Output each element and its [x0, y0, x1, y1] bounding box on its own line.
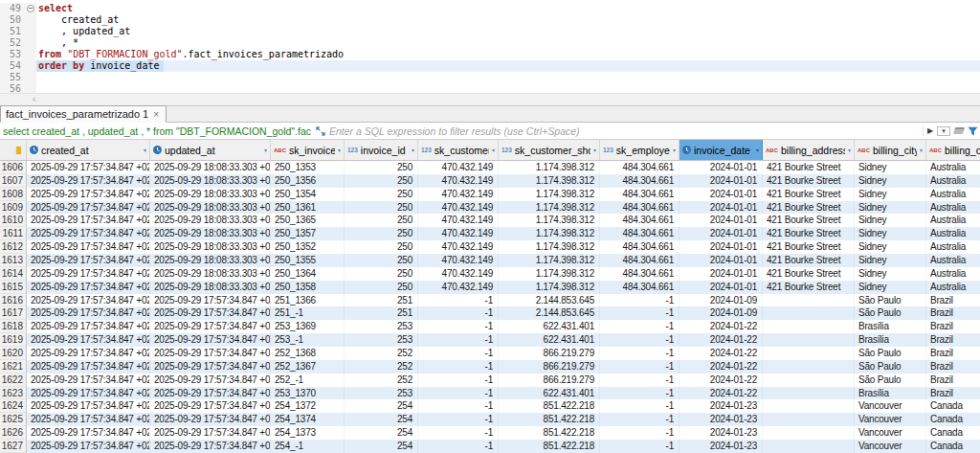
- cell-invoice_date[interactable]: 2024-01-22: [679, 387, 763, 400]
- code-line[interactable]: 54order by invoice_date: [0, 60, 980, 72]
- column-header-sk_invoices[interactable]: ABCsk_invoices▾: [271, 140, 345, 160]
- cell-sk_invoices[interactable]: 253_1370: [271, 387, 345, 400]
- row-number[interactable]: 1624: [0, 399, 27, 413]
- cell-sk_employee[interactable]: 484.304.661: [600, 254, 679, 267]
- cell-billing_country[interactable]: Australia: [926, 174, 980, 188]
- expand-filter-icon[interactable]: [316, 126, 325, 136]
- cell-billing_country[interactable]: Australia: [926, 254, 980, 267]
- table-row[interactable]: 16122025-09-29 17:57:34.847 +02002025-09…: [0, 240, 980, 254]
- row-number[interactable]: 1611: [0, 227, 27, 240]
- cell-invoice_date[interactable]: 2024-01-22: [679, 320, 763, 333]
- cell-billing_address[interactable]: [763, 426, 855, 440]
- cell-billing_city[interactable]: São Paulo: [855, 374, 926, 387]
- cell-created_at[interactable]: 2025-09-29 17:57:34.847 +0200: [27, 399, 150, 413]
- cell-created_at[interactable]: 2025-09-29 17:57:34.847 +0200: [27, 254, 150, 267]
- column-header-sk_customer_short[interactable]: 123sk_customer_short▾: [499, 140, 600, 160]
- code-line[interactable]: 53from "DBT_FORMACION_gold".fact_invoice…: [0, 49, 980, 60]
- cell-updated_at[interactable]: 2025-09-29 18:08:33.303 +0200: [150, 254, 271, 267]
- cell-billing_country[interactable]: Brazil: [926, 374, 980, 387]
- cell-sk_customer_short[interactable]: 1.174.398.312: [499, 281, 600, 294]
- cell-billing_country[interactable]: Canada: [926, 413, 980, 426]
- cell-sk_invoices[interactable]: 251_-1: [271, 306, 345, 320]
- table-row[interactable]: 16072025-09-29 17:57:34.847 +02002025-09…: [0, 174, 980, 188]
- cell-billing_city[interactable]: Sidney: [855, 201, 926, 215]
- cell-invoice_date[interactable]: 2024-01-01: [679, 254, 763, 267]
- cell-sk_customer[interactable]: 470.432.149: [418, 254, 499, 267]
- cell-sk_employee[interactable]: -1: [600, 347, 679, 360]
- cell-invoice_date[interactable]: 2024-01-01: [679, 267, 763, 281]
- column-header-invoice_date[interactable]: invoice_date▾: [679, 140, 763, 160]
- cell-billing_city[interactable]: Sidney: [855, 240, 926, 254]
- cell-billing_city[interactable]: Brasília: [855, 387, 926, 400]
- cell-invoice_date[interactable]: 2024-01-01: [679, 214, 763, 227]
- cell-billing_address[interactable]: [763, 440, 855, 453]
- cell-billing_address[interactable]: [763, 387, 855, 400]
- table-row[interactable]: 16272025-09-29 17:57:34.847 +02002025-09…: [0, 440, 980, 453]
- cell-invoice_date[interactable]: 2024-01-22: [679, 360, 763, 374]
- cell-invoice_date[interactable]: 2024-01-01: [679, 240, 763, 254]
- cell-sk_customer[interactable]: -1: [418, 294, 499, 307]
- cell-billing_country[interactable]: Brazil: [926, 306, 980, 320]
- cell-sk_customer[interactable]: 470.432.149: [418, 201, 499, 215]
- cell-billing_address[interactable]: 421 Bourke Street: [763, 188, 855, 201]
- cell-sk_customer_short[interactable]: 622.431.401: [499, 387, 600, 400]
- cell-sk_customer_short[interactable]: 2.144.853.645: [499, 306, 600, 320]
- cell-sk_customer_short[interactable]: 2.144.853.645: [499, 294, 600, 307]
- cell-sk_customer[interactable]: 470.432.149: [418, 227, 499, 240]
- row-number[interactable]: 1617: [0, 306, 27, 320]
- cell-billing_country[interactable]: Brazil: [926, 360, 980, 374]
- cell-sk_employee[interactable]: -1: [600, 333, 679, 347]
- cell-sk_invoices[interactable]: 250_1358: [271, 281, 345, 294]
- cell-created_at[interactable]: 2025-09-29 17:57:34.847 +0200: [27, 426, 150, 440]
- cell-sk_customer_short[interactable]: 622.431.401: [499, 320, 600, 333]
- cell-billing_country[interactable]: Canada: [926, 440, 980, 453]
- cell-billing_country[interactable]: Australia: [926, 161, 980, 174]
- cell-billing_city[interactable]: Sidney: [855, 281, 926, 294]
- column-header-billing_city[interactable]: ABCbilling_city▾: [855, 140, 926, 160]
- cell-billing_address[interactable]: 421 Bourke Street: [763, 240, 855, 254]
- cell-billing_address[interactable]: [763, 374, 855, 387]
- chevron-down-icon[interactable]: ▾: [264, 147, 267, 153]
- cell-updated_at[interactable]: 2025-09-29 18:08:33.303 +0200: [150, 240, 271, 254]
- cell-sk_customer[interactable]: 470.432.149: [418, 188, 499, 201]
- cell-updated_at[interactable]: 2025-09-29 17:57:34.847 +0200: [150, 426, 271, 440]
- cell-invoice_id[interactable]: 254: [345, 440, 418, 453]
- cell-billing_address[interactable]: [763, 306, 855, 320]
- cell-sk_invoices[interactable]: 251_1366: [271, 294, 345, 307]
- cell-updated_at[interactable]: 2025-09-29 18:08:33.303 +0200: [150, 174, 271, 188]
- cell-billing_country[interactable]: Canada: [926, 399, 980, 413]
- cell-billing_country[interactable]: Australia: [926, 188, 980, 201]
- cell-billing_city[interactable]: São Paulo: [855, 306, 926, 320]
- cell-billing_city[interactable]: Vancouver: [855, 399, 926, 413]
- apply-filter-button[interactable]: ▶: [927, 126, 933, 135]
- code-line[interactable]: 55: [0, 72, 980, 83]
- cell-invoice_id[interactable]: 250: [345, 214, 418, 227]
- cell-sk_employee[interactable]: -1: [600, 360, 679, 374]
- table-row[interactable]: 16142025-09-29 17:57:34.847 +02002025-09…: [0, 267, 980, 281]
- table-row[interactable]: 16242025-09-29 17:57:34.847 +02002025-09…: [0, 399, 980, 413]
- cell-billing_country[interactable]: Brazil: [926, 320, 980, 333]
- clear-filter-icon[interactable]: [953, 127, 965, 134]
- scroll-left-icon[interactable]: ‹: [33, 95, 35, 104]
- tab-fact-invoices-parametrizado[interactable]: fact_invoices_parametrizado 1 ×: [0, 105, 167, 123]
- cell-sk_employee[interactable]: 484.304.661: [600, 267, 679, 281]
- cell-invoice_id[interactable]: 250: [345, 281, 418, 294]
- cell-invoice_date[interactable]: 2024-01-23: [679, 426, 763, 440]
- cell-invoice_id[interactable]: 252: [345, 347, 418, 360]
- chevron-down-icon[interactable]: ▾: [492, 147, 495, 153]
- table-row[interactable]: 16212025-09-29 17:57:34.847 +02002025-09…: [0, 360, 980, 374]
- cell-sk_employee[interactable]: 484.304.661: [600, 161, 679, 174]
- cell-created_at[interactable]: 2025-09-29 17:57:34.847 +0200: [27, 347, 150, 360]
- cell-invoice_date[interactable]: 2024-01-01: [679, 281, 763, 294]
- cell-invoice_date[interactable]: 2024-01-22: [679, 333, 763, 347]
- table-row[interactable]: 16262025-09-29 17:57:34.847 +02002025-09…: [0, 426, 980, 440]
- cell-billing_city[interactable]: Sidney: [855, 174, 926, 188]
- cell-sk_invoices[interactable]: 254_1373: [271, 426, 345, 440]
- column-header-updated_at[interactable]: updated_at▾: [150, 140, 271, 160]
- cell-billing_city[interactable]: Brasília: [855, 333, 926, 347]
- cell-sk_customer[interactable]: -1: [418, 347, 499, 360]
- cell-sk_customer_short[interactable]: 1.174.398.312: [499, 174, 600, 188]
- cell-sk_employee[interactable]: -1: [600, 440, 679, 453]
- cell-sk_invoices[interactable]: 254_1372: [271, 399, 345, 413]
- cell-invoice_id[interactable]: 250: [345, 240, 418, 254]
